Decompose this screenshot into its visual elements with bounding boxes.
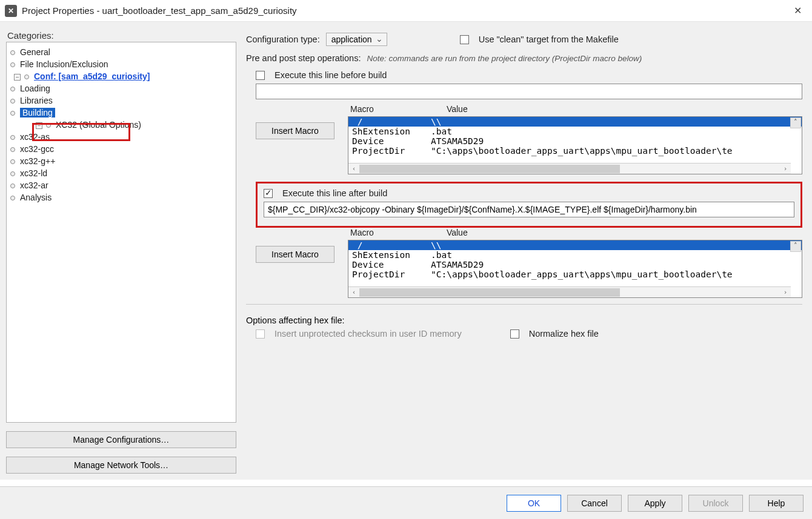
config-type-select[interactable]: application [326,33,387,46]
insert-macro-after-button[interactable]: Insert Macro [256,246,334,263]
help-button[interactable]: Help [749,495,804,512]
macro-col-val: Value [447,104,468,114]
tree-item-xc32-ld[interactable]: xc32-ld [10,167,232,179]
categories-tree[interactable]: General File Inclusion/Exclusion −Conf: … [6,42,236,423]
macro-row: DeviceATSAMA5D29 [348,260,802,269]
exec-after-checkbox[interactable] [264,189,273,198]
scroll-left-icon[interactable]: ‹ [348,288,359,296]
exec-before-input[interactable] [256,84,802,99]
scroll-right-icon[interactable]: › [780,165,791,173]
tree-item-xc32[interactable]: −XC32 (Global Options) [10,119,232,131]
hscroll-track[interactable] [359,288,780,297]
window-title: Project Properties - uart_bootloader_tes… [22,5,297,16]
apply-button[interactable]: Apply [628,495,682,512]
macro-row: _/_\\ [348,240,802,250]
macro-row: _/_\\ [348,117,802,127]
tree-item-file-inclusion[interactable]: File Inclusion/Exclusion [10,58,232,70]
exec-before-label: Execute this line before build [275,70,387,80]
exec-before-checkbox[interactable] [256,71,265,80]
scroll-up-icon[interactable]: ˄ [790,241,801,252]
collapse-icon[interactable]: − [36,122,42,129]
exec-after-label: Execute this line after build [282,188,387,198]
manage-network-tools-button[interactable]: Manage Network Tools… [6,457,236,474]
highlight-box-after-build: Execute this line after build [256,182,802,228]
macro-col-val: Value [447,228,468,237]
config-type-label: Configuration type: [246,35,320,44]
macro-col-key: Macro [350,228,374,237]
hscroll-track[interactable] [359,165,780,173]
insert-macro-before-button[interactable]: Insert Macro [256,122,334,139]
tree-item-building[interactable]: Building [10,107,232,119]
tree-item-xc32-ar[interactable]: xc32-ar [10,179,232,191]
hex-normalize-label: Normalize hex file [529,329,599,339]
close-icon[interactable]: ✕ [788,5,807,16]
use-clean-checkbox[interactable] [460,35,469,44]
app-icon: ✕ [5,5,17,17]
categories-label: Categories: [6,28,236,42]
macro-row: ShExtension.bat [348,127,802,136]
title-bar: ✕ Project Properties - uart_bootloader_t… [0,0,812,22]
pre-post-note: Note: commands are run from the project … [367,54,642,63]
tree-item-xc32-as[interactable]: xc32-as [10,131,232,143]
pre-post-label: Pre and post step operations: [246,53,361,63]
cancel-button[interactable]: Cancel [567,495,622,512]
hex-checksum-checkbox [256,329,265,339]
hex-checksum-label: Insert unprotected checksum in user ID m… [275,329,462,339]
macro-row: ProjectDir"C:\apps\bootloader_apps_uart\… [348,146,802,156]
hex-normalize-checkbox[interactable] [510,329,519,339]
tree-item-xc32-gcc[interactable]: xc32-gcc [10,143,232,155]
main-panel: Configuration type: application Use "cle… [242,28,806,474]
macro-list-after[interactable]: _/_\\ ShExtension.bat DeviceATSAMA5D29 P… [348,240,802,298]
macro-list-before[interactable]: _/_\\ ShExtension.bat DeviceATSAMA5D29 P… [348,116,802,174]
macro-row: ShExtension.bat [348,250,802,260]
hex-section-label: Options affecting hex file: [246,316,802,325]
scroll-up-icon[interactable]: ˄ [790,117,801,128]
unlock-button: Unlock [688,495,743,512]
manage-configurations-button[interactable]: Manage Configurations… [6,431,236,448]
tree-item-general[interactable]: General [10,46,232,58]
tree-item-xc32-gpp[interactable]: xc32-g++ [10,155,232,167]
tree-item-conf[interactable]: −Conf: [sam_a5d29_curiosity] [10,70,232,82]
scroll-right-icon[interactable]: › [780,288,791,296]
tree-item-loading[interactable]: Loading [10,82,232,94]
macro-col-key: Macro [350,104,374,114]
macro-row: ProjectDir"C:\apps\bootloader_apps_uart\… [348,269,802,279]
tree-item-libraries[interactable]: Libraries [10,94,232,107]
dialog-footer: OK Cancel Apply Unlock Help [0,486,812,519]
ok-button[interactable]: OK [507,495,561,512]
exec-after-input[interactable] [264,202,794,217]
collapse-icon[interactable]: − [14,74,21,81]
tree-item-analysis[interactable]: Analysis [10,191,232,203]
macro-row: DeviceATSAMA5D29 [348,136,802,146]
scroll-left-icon[interactable]: ‹ [348,165,359,173]
use-clean-label: Use "clean" target from the Makefile [479,35,619,44]
